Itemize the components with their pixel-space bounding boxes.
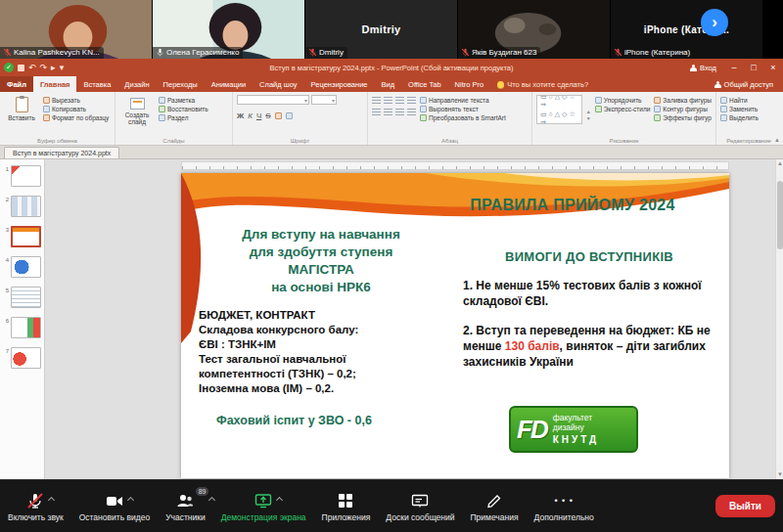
stop-video-button[interactable]: Остановить видео	[79, 491, 150, 522]
slide-thumbnail-4[interactable]: 4	[3, 256, 44, 278]
minimize-button[interactable]: –	[724, 59, 744, 76]
quick-styles-button[interactable]: Экспресс-стили	[595, 106, 651, 112]
share-options-chevron[interactable]	[276, 496, 283, 503]
tab-design[interactable]: Дизайн	[117, 76, 156, 92]
numbering-icon[interactable]	[384, 97, 392, 105]
copy-button[interactable]: Копировать	[43, 106, 109, 112]
strikethrough-button[interactable]: S	[265, 111, 270, 120]
scrollbar-thumb[interactable]	[777, 181, 783, 249]
slide-thumbnail-3-selected[interactable]: 3	[3, 226, 44, 247]
text-direction-button[interactable]: Направление текста	[420, 97, 506, 104]
slide-title[interactable]: ПРАВИЛА ПРИЙОМУ 2024	[426, 197, 719, 214]
underline-button[interactable]: Ч	[256, 111, 261, 120]
scroll-down-icon[interactable]: ▼	[776, 470, 783, 479]
font-size-select[interactable]: ▾	[311, 95, 337, 105]
leave-meeting-button[interactable]: Выйти	[715, 495, 775, 517]
bold-button[interactable]: Ж	[237, 111, 244, 120]
save-icon[interactable]	[18, 65, 24, 71]
tab-nitro-pro[interactable]: Nitro Pro	[448, 76, 491, 92]
maximize-button[interactable]: □	[744, 59, 763, 76]
more-button[interactable]: • • • Дополнительно	[534, 491, 594, 522]
qat-customize-icon[interactable]: ▾	[60, 64, 65, 72]
align-center-icon[interactable]	[384, 109, 392, 116]
vertical-scrollbar[interactable]: ▲ ▼	[775, 159, 783, 479]
new-slide-button[interactable]: Создать слайд	[119, 95, 155, 134]
tab-insert[interactable]: Вставка	[76, 76, 117, 92]
slide-thumbnail-5[interactable]: 5	[3, 287, 44, 308]
lightbulb-icon	[497, 81, 504, 88]
align-right-icon[interactable]	[395, 109, 404, 116]
slide-right-column[interactable]: ВИМОГИ ДО ВСТУПНИКІВ 1. Не менше 15% тес…	[463, 249, 715, 370]
cut-button[interactable]: Вырезать	[43, 97, 109, 104]
slide-canvas[interactable]: ПРАВИЛА ПРИЙОМУ 2024 Для вступу на навча…	[181, 173, 729, 478]
participant-tile-olena[interactable]: Олена Герасименко	[153, 0, 305, 59]
audio-options-chevron[interactable]	[48, 496, 55, 503]
shapes-gallery[interactable]: ▭ ○ △ ◇ ☆ ⇒ ▭ ○ △ ◇ ☆ ⇒	[536, 95, 582, 124]
shape-outline-button[interactable]: Контур фигуры	[654, 106, 712, 112]
participant-tile-dmitriy[interactable]: Dmitriy Dmitriy	[305, 0, 458, 59]
replace-button[interactable]: Заменить	[720, 106, 759, 112]
participant-tile-iphone[interactable]: iPhone (Катери... iPhone (Катерина)	[611, 0, 763, 59]
reset-button[interactable]: Восстановить	[159, 106, 208, 112]
arrange-button[interactable]: Упорядочить	[595, 97, 651, 104]
line-spacing-icon[interactable]	[407, 97, 416, 105]
collapse-ribbon-icon[interactable]: ▲	[774, 137, 780, 143]
apps-button[interactable]: Приложения	[322, 491, 371, 522]
bullets-icon[interactable]	[372, 97, 381, 105]
tab-file[interactable]: Файл	[0, 76, 33, 92]
undo-icon[interactable]: ↶	[28, 64, 36, 72]
notes-button[interactable]: Примечания	[470, 491, 518, 522]
slide-thumbnail-6[interactable]: 6	[3, 317, 44, 338]
next-participants-button[interactable]: ›	[701, 9, 728, 36]
pencil-icon	[484, 491, 504, 510]
tab-slideshow[interactable]: Слайд шоу	[253, 76, 303, 92]
shape-effects-button[interactable]: Эффекты фигур	[654, 114, 712, 121]
slide-thumbnail-2[interactable]: 2	[3, 196, 44, 217]
slide-thumbnail-7[interactable]: 7	[3, 347, 44, 369]
paste-button[interactable]: Вставить	[4, 95, 39, 134]
tab-transitions[interactable]: Переходы	[157, 76, 205, 92]
share-button[interactable]: Общий доступ	[705, 76, 783, 92]
participants-options-chevron[interactable]	[208, 496, 215, 503]
find-button[interactable]: Найти	[720, 97, 759, 104]
font-name-select[interactable]: ▾	[237, 95, 309, 105]
shape-fill-button[interactable]: Заливка фигуры	[654, 97, 712, 104]
video-options-chevron[interactable]	[127, 496, 134, 503]
ribbon-group-font: ▾ ▾ Ж К Ч S Шрифт	[233, 92, 368, 145]
scroll-up-icon[interactable]: ▲	[776, 159, 783, 168]
italic-button[interactable]: К	[248, 111, 253, 120]
tab-animations[interactable]: Анимации	[205, 76, 253, 92]
indent-icon[interactable]	[395, 97, 404, 105]
tab-review[interactable]: Рецензирование	[304, 76, 375, 92]
tab-view[interactable]: Вид	[375, 76, 402, 92]
justify-icon[interactable]	[407, 109, 416, 116]
close-button[interactable]: ×	[763, 59, 783, 76]
convert-smartart-button[interactable]: Преобразовать в SmartArt	[420, 114, 506, 121]
format-painter-button[interactable]: Формат по образцу	[43, 114, 109, 121]
sign-in-button[interactable]: Вход	[682, 59, 724, 76]
participant-tile-kalina[interactable]: Kalina Pashkevych KN...	[0, 0, 153, 59]
layout-button[interactable]: Разметка	[159, 97, 208, 104]
align-left-icon[interactable]	[372, 109, 381, 116]
tell-me-box[interactable]: Что вы хотите сделать?	[490, 76, 595, 92]
align-text-button[interactable]: Выровнять текст	[420, 106, 506, 112]
start-slideshow-icon[interactable]: ▸	[51, 64, 56, 72]
redo-icon[interactable]: ↷	[40, 64, 48, 72]
section-button[interactable]: Раздел	[159, 114, 208, 121]
green-check-icon: ✓	[4, 63, 14, 72]
font-color-icon[interactable]	[286, 112, 293, 119]
tab-office-tab[interactable]: Office Tab	[401, 76, 448, 92]
document-tab[interactable]: Вступ в магістратуру 2024.pptx	[4, 147, 119, 158]
select-button[interactable]: Выделить	[720, 114, 759, 121]
text-highlight-icon[interactable]	[275, 112, 282, 119]
shapes-scroll[interactable]: ▲▼	[586, 95, 591, 134]
unmute-button[interactable]: Включить звук	[8, 491, 64, 522]
whiteboards-button[interactable]: Доски сообщений	[386, 491, 454, 522]
participants-button[interactable]: 89 Участники	[165, 491, 206, 522]
left-footer[interactable]: Фаховий іспит у ЗВО - 0,6	[216, 414, 372, 427]
participant-tile-yakiv[interactable]: Яків Буздиган 623	[458, 0, 611, 59]
share-screen-button[interactable]: Демонстрация экрана	[221, 491, 306, 522]
slide-thumbnail-1[interactable]: 1	[3, 165, 44, 187]
tab-home[interactable]: Главная	[33, 76, 77, 92]
slide-left-column[interactable]: Для вступу на навчання для здобуття ступ…	[193, 226, 449, 396]
